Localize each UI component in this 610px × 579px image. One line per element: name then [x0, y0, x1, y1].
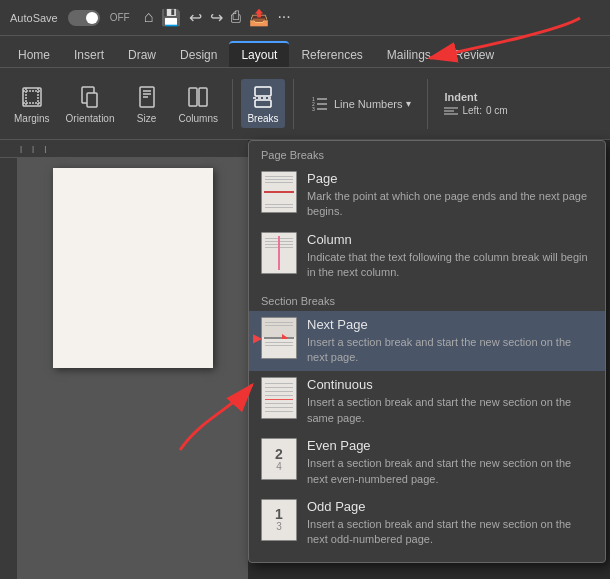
continuous-item-desc: Insert a section break and start the new… — [307, 395, 593, 426]
odd-page-item-desc: Insert a section break and start the new… — [307, 517, 593, 548]
col-right — [280, 236, 293, 270]
page-break-bottom — [262, 193, 296, 212]
columns-button[interactable]: Columns — [173, 79, 224, 128]
even-page-item-title: Even Page — [307, 438, 593, 453]
ruler-tick-2: | — [32, 144, 34, 153]
ruler-tick-3: | — [44, 144, 46, 153]
column-break-icon — [261, 232, 297, 274]
tab-design[interactable]: Design — [168, 43, 229, 67]
ribbon-toolbar: Margins Orientation Size C — [0, 68, 610, 140]
tab-references[interactable]: References — [289, 43, 374, 67]
breaks-page-item[interactable]: Page Mark the point at which one page en… — [249, 165, 605, 226]
breaks-label: Breaks — [247, 113, 278, 124]
page-breaks-section-title: Page Breaks — [249, 141, 605, 165]
next-page-bottom — [262, 339, 296, 358]
ruler-tick-1: | — [20, 144, 22, 153]
col-left — [265, 236, 278, 270]
page-item-title: Page — [307, 171, 593, 186]
next-page-icon-wrapper: ▶ — [261, 317, 297, 359]
breaks-next-page-item[interactable]: ▶ Next Page Insert a section break and s… — [249, 311, 605, 372]
margins-button[interactable]: Margins — [8, 79, 56, 128]
title-bar: AutoSave OFF ⌂ 💾 ↩ ↪ ⎙ 📤 ··· — [0, 0, 610, 36]
page-break-icon — [261, 171, 297, 213]
orientation-icon — [76, 83, 104, 111]
ribbon-tabs: Home Insert Draw Design Layout Reference… — [0, 36, 610, 68]
breaks-even-page-item[interactable]: 2 4 Even Page Insert a section break and… — [249, 432, 605, 493]
tab-home[interactable]: Home — [6, 43, 62, 67]
title-icons: ⌂ 💾 ↩ ↪ ⎙ 📤 ··· — [144, 8, 291, 27]
tab-layout[interactable]: Layout — [229, 41, 289, 67]
ribbon-divider2 — [293, 79, 294, 129]
document-area: | | | — [0, 140, 248, 579]
document-canvas — [18, 158, 248, 579]
orientation-button[interactable]: Orientation — [60, 79, 121, 128]
redo-icon[interactable]: ↪ — [210, 8, 223, 27]
horizontal-ruler: | | | — [0, 140, 248, 158]
page-break-top — [262, 172, 296, 191]
page-item-content: Page Mark the point at which one page en… — [307, 171, 593, 220]
indent-label: Indent — [444, 91, 507, 103]
indent-section: Indent Left: 0 cm — [436, 87, 515, 120]
section-breaks-section-title: Section Breaks — [249, 287, 605, 311]
next-page-item-desc: Insert a section break and start the new… — [307, 335, 593, 366]
even-page-item-desc: Insert a section break and start the new… — [307, 456, 593, 487]
continuous-item-content: Continuous Insert a section break and st… — [307, 377, 593, 426]
svg-text:3: 3 — [312, 106, 315, 112]
toggle-knob — [86, 12, 98, 24]
breaks-button[interactable]: Breaks — [241, 79, 285, 128]
column-item-title: Column — [307, 232, 593, 247]
svg-rect-12 — [199, 88, 207, 106]
svg-rect-15 — [255, 100, 271, 107]
size-label: Size — [137, 113, 156, 124]
next-page-icon — [261, 317, 297, 359]
size-button[interactable]: Size — [125, 79, 169, 128]
odd-page-icon: 1 3 — [261, 499, 297, 541]
breaks-dropdown: Page Breaks Page Mark the point at which… — [248, 140, 606, 563]
undo-icon[interactable]: ↩ — [189, 8, 202, 27]
tab-draw[interactable]: Draw — [116, 43, 168, 67]
svg-rect-13 — [255, 87, 271, 96]
odd-page-item-content: Odd Page Insert a section break and star… — [307, 499, 593, 548]
document-page — [53, 168, 213, 368]
home-icon[interactable]: ⌂ — [144, 8, 154, 27]
svg-rect-6 — [87, 93, 97, 107]
svg-rect-11 — [189, 88, 197, 106]
line-numbers-label: Line Numbers — [334, 98, 402, 110]
column-item-content: Column Indicate that the text following … — [307, 232, 593, 281]
indent-left-label: Left: — [462, 105, 481, 116]
continuous-item-title: Continuous — [307, 377, 593, 392]
even-num-4: 4 — [276, 461, 282, 472]
tab-insert[interactable]: Insert — [62, 43, 116, 67]
margins-label: Margins — [14, 113, 50, 124]
autosave-toggle[interactable] — [68, 10, 100, 26]
breaks-odd-page-item[interactable]: 1 3 Odd Page Insert a section break and … — [249, 493, 605, 554]
odd-page-item-title: Odd Page — [307, 499, 593, 514]
vertical-ruler — [0, 158, 18, 579]
line-numbers-icon: 1 2 3 — [310, 94, 330, 114]
breaks-continuous-item[interactable]: Continuous Insert a section break and st… — [249, 371, 605, 432]
ribbon-divider3 — [427, 79, 428, 129]
indent-left-value: 0 cm — [486, 105, 508, 116]
next-page-item-content: Next Page Insert a section break and sta… — [307, 317, 593, 366]
line-numbers-button[interactable]: 1 2 3 Line Numbers ▾ — [302, 90, 419, 118]
ribbon-divider — [232, 79, 233, 129]
autosave-label: AutoSave — [10, 12, 58, 24]
column-item-desc: Indicate that the text following the col… — [307, 250, 593, 281]
tab-review[interactable]: Review — [443, 43, 506, 67]
tab-mailings[interactable]: Mailings — [375, 43, 443, 67]
even-page-icon: 2 4 — [261, 438, 297, 480]
save-icon[interactable]: 💾 — [161, 8, 181, 27]
odd-num-1: 1 — [275, 507, 283, 521]
indent-left-row: Left: 0 cm — [444, 105, 507, 116]
more-icon[interactable]: ··· — [277, 8, 290, 27]
line-numbers-chevron: ▾ — [406, 98, 411, 109]
print-icon[interactable]: ⎙ — [231, 8, 241, 27]
columns-label: Columns — [179, 113, 218, 124]
even-page-item-content: Even Page Insert a section break and sta… — [307, 438, 593, 487]
breaks-column-item[interactable]: Column Indicate that the text following … — [249, 226, 605, 287]
page-item-desc: Mark the point at which one page ends an… — [307, 189, 593, 220]
continuous-icon — [261, 377, 297, 419]
orientation-label: Orientation — [66, 113, 115, 124]
share-icon[interactable]: 📤 — [249, 8, 269, 27]
next-page-item-title: Next Page — [307, 317, 593, 332]
